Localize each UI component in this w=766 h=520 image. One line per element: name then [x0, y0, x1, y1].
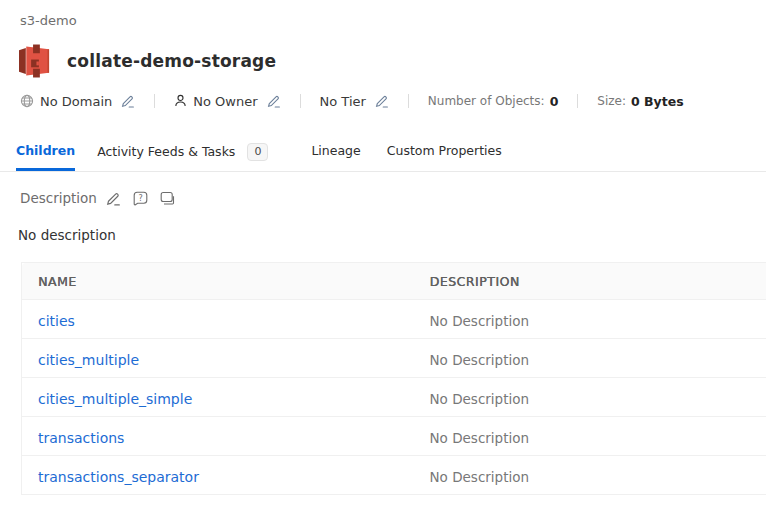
owner-item: No Owner — [174, 94, 280, 109]
edit-tier-icon[interactable] — [375, 94, 389, 108]
divider — [408, 94, 409, 108]
size-item: Size: 0 Bytes — [597, 94, 683, 109]
request-description-icon[interactable]: ? — [133, 191, 148, 206]
child-link[interactable]: cities_multiple — [38, 352, 139, 368]
tab-lineage[interactable]: Lineage — [311, 142, 360, 170]
page: s3-demo collate-demo-storage No Domain — [0, 0, 766, 520]
globe-icon — [20, 94, 34, 108]
children-table: NAME DESCRIPTION cities No Description c… — [21, 262, 766, 495]
title-row: collate-demo-storage — [19, 44, 766, 77]
table-row: transactions_separator No Description — [22, 456, 766, 495]
col-header-name: NAME — [22, 263, 414, 300]
tier-item: No Tier — [320, 94, 389, 109]
child-link[interactable]: cities_multiple_simple — [38, 391, 192, 407]
activity-count-badge: 0 — [247, 143, 268, 161]
child-description: No Description — [414, 456, 766, 495]
meta-row: No Domain No Owner No Tier Number of Obj… — [20, 91, 766, 111]
description-text: No description — [18, 227, 766, 243]
active-tab-indicator — [16, 168, 75, 171]
child-link[interactable]: transactions — [38, 430, 124, 446]
tier-label: No Tier — [320, 94, 366, 109]
table-row: transactions No Description — [22, 417, 766, 456]
size-value: 0 Bytes — [631, 94, 684, 109]
description-header: Description ? — [20, 189, 766, 207]
table-row: cities_multiple No Description — [22, 339, 766, 378]
tab-bar: Children Activity Feeds & Tasks 0 Lineag… — [0, 142, 766, 172]
table-row: cities_multiple_simple No Description — [22, 378, 766, 417]
child-description: No Description — [414, 300, 766, 339]
objects-item: Number of Objects: 0 — [428, 94, 558, 109]
child-link[interactable]: transactions_separator — [38, 469, 199, 485]
description-label: Description — [20, 190, 97, 206]
child-link[interactable]: cities — [38, 313, 75, 329]
comments-icon[interactable] — [160, 191, 175, 206]
page-title: collate-demo-storage — [67, 51, 276, 71]
tab-custom-properties[interactable]: Custom Properties — [387, 142, 502, 170]
child-description: No Description — [414, 417, 766, 456]
child-description: No Description — [414, 339, 766, 378]
child-description: No Description — [414, 378, 766, 417]
owner-label: No Owner — [193, 94, 257, 109]
tab-activity-feeds[interactable]: Activity Feeds & Tasks 0 — [97, 142, 268, 171]
col-header-description: DESCRIPTION — [414, 263, 766, 300]
divider — [154, 94, 155, 108]
objects-label: Number of Objects: — [428, 94, 545, 108]
edit-owner-icon[interactable] — [267, 94, 281, 108]
domain-label: No Domain — [40, 94, 112, 109]
objects-value: 0 — [550, 94, 559, 109]
edit-description-icon[interactable] — [106, 191, 121, 206]
domain-item: No Domain — [20, 94, 135, 109]
tab-children[interactable]: Children — [16, 142, 75, 170]
table-row: cities No Description — [22, 300, 766, 339]
size-label: Size: — [597, 94, 626, 108]
divider — [577, 94, 578, 108]
s3-bucket-icon — [19, 44, 51, 78]
user-icon — [174, 94, 187, 108]
svg-text:?: ? — [138, 193, 142, 202]
divider — [300, 94, 301, 108]
breadcrumb[interactable]: s3-demo — [0, 0, 766, 28]
edit-domain-icon[interactable] — [121, 94, 135, 108]
